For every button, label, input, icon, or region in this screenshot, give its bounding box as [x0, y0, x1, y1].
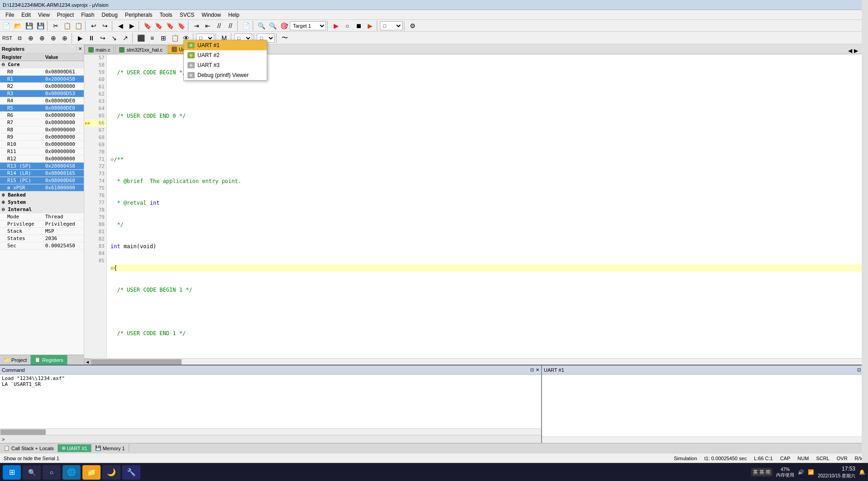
start-btn[interactable]: ⊞ — [3, 465, 21, 480]
menu-peripherals[interactable]: Peripherals — [121, 11, 156, 19]
menu-printf[interactable]: ⊕ Debug (printf) Viewer — [184, 70, 267, 80]
cmd-scrollbar[interactable] — [862, 0, 868, 481]
run-btn[interactable]: ▶ — [364, 21, 375, 31]
search-taskbar-btn[interactable]: 🔍 — [23, 465, 41, 480]
menu-uart1[interactable]: ⊕ UART #1 — [184, 40, 267, 50]
tab-project[interactable]: 📁 Project — [0, 355, 31, 365]
menu-flash[interactable]: Flash — [77, 11, 98, 19]
reg-btn[interactable]: 📋 — [169, 33, 180, 43]
taskbar-input-method[interactable]: 英 英·简 — [751, 468, 772, 476]
uart-float-btn[interactable]: ⊡ — [857, 367, 861, 372]
target-btn[interactable]: 🎯 — [278, 21, 289, 31]
logic-btn[interactable]: 〜 — [279, 33, 290, 43]
hscroll-track[interactable] — [91, 359, 862, 365]
hscroll-left-btn[interactable]: ◀ — [84, 359, 91, 365]
undo-btn[interactable]: ↩ — [88, 21, 99, 31]
indent-btn[interactable]: ⇥ — [191, 21, 202, 31]
menu-view[interactable]: View — [34, 11, 53, 19]
debug-t3[interactable]: ⊕ — [37, 33, 48, 43]
step-into-btn[interactable]: ↘ — [109, 33, 120, 43]
redo-btn[interactable]: ↪ — [100, 21, 110, 31]
format1-btn[interactable]: // — [214, 21, 225, 31]
bookmark2-btn[interactable]: 🔖 — [153, 21, 164, 31]
debug-t5[interactable]: ⊕ — [59, 33, 70, 43]
sym-btn[interactable]: ⊞ — [158, 33, 169, 43]
reg-name-r9: R9 — [0, 134, 43, 141]
task-view-btn[interactable]: ○ — [43, 465, 61, 480]
app1-btn[interactable]: 🌙 — [102, 465, 120, 480]
tab-memory1[interactable]: 💾 Memory 1 — [91, 444, 129, 452]
device-select[interactable]: □ — [380, 21, 403, 30]
tab-callstack[interactable]: 📋 Call Stack + Locals — [0, 444, 58, 452]
settings-btn[interactable]: ⚙ — [407, 21, 418, 31]
menu-help[interactable]: Help — [225, 11, 243, 19]
stop-debug-btn[interactable]: ⏸ — [86, 33, 97, 43]
command-content[interactable]: Load "1234\\1234.axf" LA `USART1_SR — [0, 375, 541, 428]
scroll-left-btn[interactable]: ◀ — [848, 48, 852, 54]
code-horizontal-scrollbar[interactable]: ◀ ▶ — [84, 358, 868, 365]
build-btn[interactable]: ▶ — [331, 21, 341, 31]
code-scroll[interactable]: 57 58 59 60 61 62 63 64 65 ▶▶ 66 67 — [84, 54, 862, 358]
stop-btn[interactable]: ⏹ — [353, 21, 364, 31]
unindent-btn[interactable]: ⇤ — [202, 21, 213, 31]
cmd-hscroll-thumb[interactable] — [0, 429, 46, 435]
taskbar-notification[interactable]: 🔔 — [859, 469, 865, 475]
cmd-window-btn[interactable]: ⬛ — [135, 33, 146, 43]
tab-registers[interactable]: 📋 Registers — [31, 355, 67, 365]
uart-content[interactable] — [542, 375, 868, 437]
taskbar-speaker[interactable]: 🔊 — [798, 469, 804, 475]
new-btn[interactable]: 📄 — [1, 21, 12, 31]
registers-float-btn[interactable]: ⬜ — [71, 46, 77, 51]
scroll-right-btn[interactable]: ▶ — [854, 48, 858, 54]
command-float-btn[interactable]: ⊡ — [530, 367, 534, 372]
bookmark1-btn[interactable]: 🔖 — [142, 21, 153, 31]
bookmark4-btn[interactable]: 🔖 — [176, 21, 187, 31]
bookmark3-btn[interactable]: 🔖 — [164, 21, 175, 31]
menu-window[interactable]: Window — [198, 11, 225, 19]
nav-fwd-btn[interactable]: ▶ — [126, 21, 137, 31]
explorer-btn[interactable]: 📁 — [82, 465, 101, 480]
menu-uart3[interactable]: ⊕ UART #3 — [184, 60, 267, 70]
menu-file[interactable]: File — [2, 11, 18, 19]
code-with-numbers: 57 58 59 60 61 62 63 64 65 ▶▶ 66 67 — [84, 54, 862, 358]
target-select[interactable]: Target 1 — [290, 21, 326, 30]
save-all-btn[interactable]: 💾 — [35, 21, 46, 31]
open-btn[interactable]: 📂 — [12, 21, 23, 31]
save-btn[interactable]: 💾 — [24, 21, 34, 31]
hscroll-thumb[interactable] — [91, 359, 182, 365]
uart-hscroll[interactable] — [542, 437, 868, 443]
menu-svcs[interactable]: SVCS — [176, 11, 198, 19]
menu-tools[interactable]: Tools — [156, 11, 176, 19]
paste-btn[interactable]: 📋 — [73, 21, 84, 31]
cut-btn[interactable]: ✂ — [50, 21, 61, 31]
reset-btn[interactable]: RST — [1, 33, 14, 43]
disasm-btn[interactable]: ≡ — [147, 33, 158, 43]
debug-t4[interactable]: ⊕ — [48, 33, 59, 43]
format2-btn[interactable]: // — [225, 21, 236, 31]
nav-back-btn[interactable]: ◀ — [115, 21, 126, 31]
debug-t1[interactable]: ⧈ — [14, 33, 25, 43]
tab-uart1-bottom[interactable]: ⊕ UART #1 — [58, 444, 91, 452]
menu-debug[interactable]: Debug — [98, 11, 121, 19]
command-close-btn[interactable]: ✕ — [536, 367, 539, 372]
registers-scroll[interactable]: Register Value ⊖ Core R0 0x08000D61 R1 0… — [0, 53, 84, 355]
cmd-hscroll[interactable] — [0, 428, 541, 435]
build2-btn[interactable]: ○ — [342, 21, 353, 31]
menu-edit[interactable]: Edit — [18, 11, 34, 19]
step-over-btn[interactable]: ↪ — [97, 33, 108, 43]
tab-mainc[interactable]: main.c — [84, 45, 114, 54]
search-btn[interactable]: 🔍 — [256, 21, 267, 31]
taskbar-network[interactable]: 📶 — [808, 469, 814, 475]
template-btn[interactable]: 📄 — [240, 21, 251, 31]
debug-t2[interactable]: ⊕ — [25, 33, 36, 43]
run-debug-btn[interactable]: ▶ — [75, 33, 86, 43]
edge-btn[interactable]: 🌐 — [62, 465, 81, 480]
menu-project[interactable]: Project — [53, 11, 77, 19]
copy-btn[interactable]: 📋 — [62, 21, 72, 31]
app2-btn[interactable]: 🔧 — [122, 465, 140, 480]
tab-hal[interactable]: stm32f1xx_hal.c — [115, 45, 166, 54]
step-out-btn[interactable]: ↗ — [120, 33, 131, 43]
menu-uart2[interactable]: ⊕ UART #2 — [184, 50, 267, 60]
registers-close-btn[interactable]: ✕ — [78, 46, 82, 51]
search2-btn[interactable]: 🔍 — [267, 21, 278, 31]
